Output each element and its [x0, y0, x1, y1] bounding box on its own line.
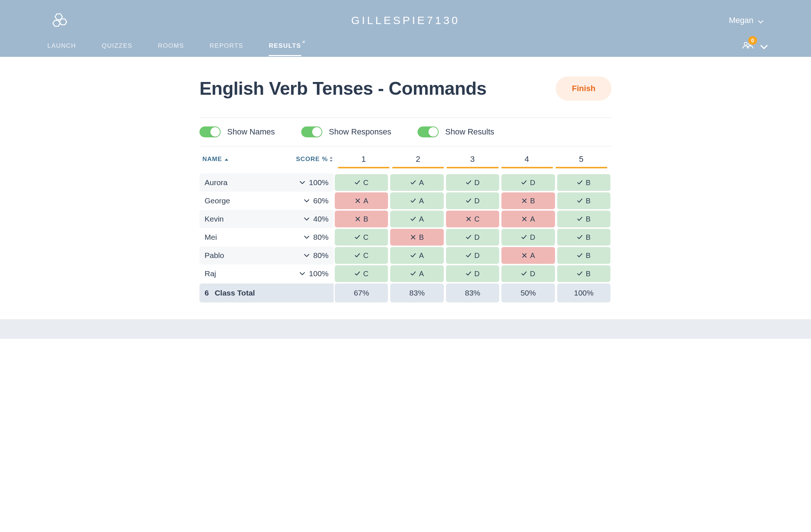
answer-letter: B	[586, 179, 590, 187]
check-icon	[577, 234, 583, 240]
cross-icon	[521, 216, 527, 222]
signal-icon	[302, 39, 306, 45]
answer-cell[interactable]: D	[501, 174, 555, 191]
header-top: GILLESPIE7130 Megan	[0, 0, 811, 35]
answer-cell[interactable]: C	[446, 211, 499, 227]
toggle-show-responses[interactable]	[301, 126, 322, 137]
nav-launch[interactable]: LAUNCH	[47, 36, 76, 56]
answer-cell[interactable]: D	[446, 247, 499, 264]
check-icon	[410, 216, 416, 222]
score-value: 80%	[313, 251, 329, 260]
column-q3[interactable]: 3	[445, 154, 500, 164]
column-q4[interactable]: 4	[500, 154, 554, 164]
answer-cell[interactable]: D	[446, 229, 499, 246]
column-q5[interactable]: 5	[554, 154, 609, 164]
answer-cell[interactable]: C	[335, 247, 388, 264]
student-score-cell[interactable]: 40%	[291, 210, 334, 228]
table-row: Raj100%CADDB	[199, 265, 612, 283]
answer-letter: A	[419, 270, 424, 278]
column-q1[interactable]: 1	[337, 154, 391, 164]
svg-marker-6	[330, 157, 333, 159]
answer-cell[interactable]: B	[335, 211, 388, 227]
answer-letter: A	[530, 251, 535, 260]
toggle-show-results[interactable]	[418, 126, 439, 137]
answer-cell[interactable]: A	[335, 192, 388, 209]
student-name-cell[interactable]: George	[199, 192, 291, 210]
answer-letter: A	[419, 215, 424, 223]
student-score-cell[interactable]: 80%	[291, 246, 334, 265]
answer-cell[interactable]: B	[557, 229, 610, 246]
answer-cell[interactable]: D	[501, 265, 555, 282]
answer-cell[interactable]: C	[335, 229, 388, 246]
total-q4: 50%	[501, 283, 555, 302]
check-icon	[354, 180, 360, 185]
answer-cell[interactable]: A	[390, 174, 443, 191]
nav-reports[interactable]: REPORTS	[210, 36, 243, 56]
check-icon	[577, 180, 583, 185]
app-header: GILLESPIE7130 Megan LAUNCH QUIZZES ROOMS…	[0, 0, 811, 57]
answer-letter: C	[363, 179, 368, 187]
check-icon	[466, 271, 472, 277]
student-score-cell[interactable]: 60%	[291, 192, 334, 210]
logo-icon[interactable]	[51, 12, 69, 29]
answer-letter: A	[364, 197, 368, 205]
student-name-cell[interactable]: Kevin	[199, 210, 291, 228]
student-score-cell[interactable]: 100%	[291, 173, 334, 192]
answer-cell[interactable]: D	[501, 229, 555, 246]
answer-letter: D	[530, 270, 535, 278]
answer-letter: B	[586, 251, 590, 260]
cross-icon	[521, 253, 527, 258]
toggle-show-responses-group: Show Responses	[301, 126, 391, 137]
finish-button[interactable]: Finish	[556, 77, 612, 101]
student-score-cell[interactable]: 100%	[291, 265, 334, 283]
user-menu[interactable]: Megan	[729, 16, 764, 25]
answer-letter: D	[474, 179, 480, 187]
answer-letter: C	[363, 233, 368, 242]
total-q2: 83%	[390, 283, 443, 302]
student-name-cell[interactable]: Raj	[199, 265, 291, 283]
answer-cell[interactable]: C	[335, 265, 388, 282]
answer-cell[interactable]: B	[501, 192, 555, 209]
answer-cell[interactable]: D	[446, 192, 499, 209]
answer-cell[interactable]: A	[390, 192, 443, 209]
column-q2[interactable]: 2	[391, 154, 445, 164]
answer-cell[interactable]: B	[557, 265, 610, 282]
chevron-down-icon	[304, 234, 310, 240]
answer-cell[interactable]: A	[501, 247, 555, 264]
student-name-cell[interactable]: Pablo	[199, 246, 291, 265]
answer-cell[interactable]: D	[446, 265, 499, 282]
student-name-cell[interactable]: Aurora	[199, 173, 291, 192]
toggle-show-names[interactable]	[199, 126, 221, 137]
answer-cell[interactable]: B	[557, 211, 610, 227]
answer-cell[interactable]: A	[390, 211, 443, 227]
answer-cell[interactable]: B	[557, 174, 610, 191]
check-icon	[466, 253, 472, 258]
nav-results[interactable]: RESULTS	[269, 36, 301, 56]
column-score[interactable]: SCORE %	[294, 156, 337, 163]
column-name[interactable]: NAME	[202, 156, 294, 163]
room-code[interactable]: GILLESPIE7130	[351, 14, 460, 27]
answer-cell[interactable]: B	[390, 229, 443, 246]
room-status[interactable]: 0	[742, 41, 764, 51]
cross-icon	[355, 198, 361, 204]
answer-cell[interactable]: A	[390, 247, 443, 264]
table-row: Mei80%CBDDB	[199, 228, 612, 246]
answer-cell[interactable]: B	[557, 247, 610, 264]
check-icon	[521, 271, 527, 277]
check-icon	[466, 198, 472, 204]
student-name-cell[interactable]: Mei	[199, 228, 291, 246]
nav-quizzes[interactable]: QUIZZES	[102, 36, 132, 56]
answer-letter: B	[364, 215, 368, 223]
svg-marker-2	[53, 20, 60, 26]
student-score-cell[interactable]: 80%	[291, 228, 334, 246]
answer-letter: B	[586, 270, 590, 278]
answer-cell[interactable]: A	[501, 211, 555, 227]
answer-cell[interactable]: A	[390, 265, 443, 282]
nav-rooms[interactable]: ROOMS	[158, 36, 184, 56]
page-title: English Verb Tenses - Commands	[199, 78, 486, 99]
answer-cell[interactable]: D	[446, 174, 499, 191]
answer-cell[interactable]: B	[557, 192, 610, 209]
participant-count-badge: 0	[748, 36, 757, 45]
table-row: Aurora100%CADDB	[199, 173, 612, 192]
answer-cell[interactable]: C	[335, 174, 388, 191]
